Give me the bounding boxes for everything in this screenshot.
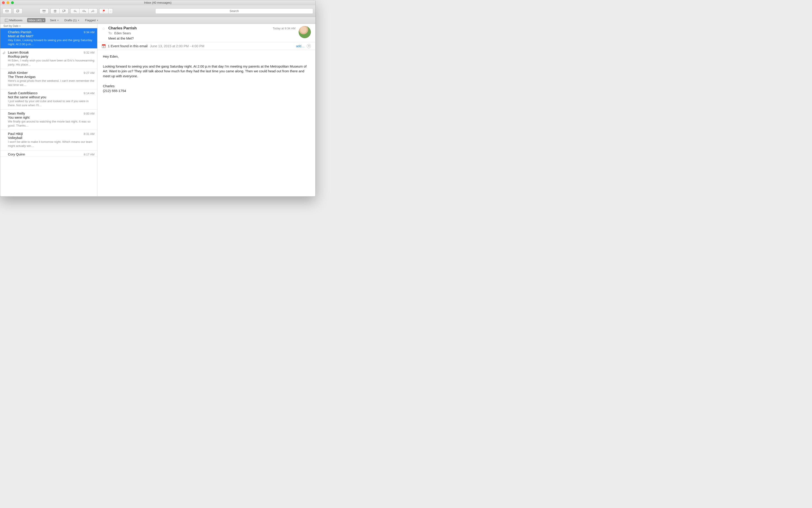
event-banner: 1 Event found in this email June 13, 201… bbox=[97, 42, 315, 50]
archive-icon bbox=[42, 9, 46, 13]
mailboxes-toggle[interactable]: Mailboxes bbox=[3, 18, 24, 23]
message-item[interactable]: Paul Hikiji8:31 AMVolleyballI won't be a… bbox=[0, 130, 97, 150]
favorite-inbox[interactable]: Inbox (40) ▾ bbox=[27, 18, 46, 23]
message-item[interactable]: Sean Reilly9:00 AMYou were rightWe final… bbox=[0, 110, 97, 130]
message-sender: Sean Reilly bbox=[8, 112, 25, 115]
chevron-down-icon bbox=[110, 10, 112, 12]
message-sender: Sarah Castelblanco bbox=[8, 91, 38, 95]
archive-button[interactable] bbox=[40, 8, 49, 14]
message-subject: The Three Amigas bbox=[8, 75, 94, 79]
search-input[interactable] bbox=[155, 8, 313, 14]
message-time: 9:32 AM bbox=[84, 51, 94, 54]
reading-pane: ☆ Charles Parrish Today at 9:34 AM To: E… bbox=[97, 24, 315, 196]
chevron-down-icon: ▾ bbox=[19, 25, 21, 27]
chevron-down-icon: ▾ bbox=[97, 19, 98, 22]
search-container bbox=[155, 8, 313, 14]
message-preview: I just walked by your old cube and looke… bbox=[8, 99, 94, 107]
flag-button[interactable] bbox=[99, 8, 108, 14]
reply-all-icon bbox=[82, 9, 86, 13]
forward-icon bbox=[91, 9, 95, 13]
message-item[interactable]: Cory Quinn8:17 AM bbox=[0, 151, 97, 157]
header-from: Charles Parrish bbox=[108, 26, 137, 31]
message-preview: I won't be able to make it tomorrow nigh… bbox=[8, 140, 94, 148]
message-sender: Ailish Kimber bbox=[8, 71, 28, 75]
calendar-icon bbox=[102, 44, 106, 48]
sender-avatar bbox=[299, 26, 311, 38]
message-item[interactable]: Sarah Castelblanco9:14 AMNot the same wi… bbox=[0, 89, 97, 110]
svg-rect-4 bbox=[54, 10, 56, 12]
sort-button[interactable]: Sort by Date ▾ bbox=[0, 24, 97, 28]
favorite-sent[interactable]: Sent ▾ bbox=[49, 18, 60, 23]
get-mail-button[interactable] bbox=[2, 8, 11, 14]
forward-button[interactable] bbox=[88, 8, 97, 14]
delete-button[interactable] bbox=[50, 8, 59, 14]
reply-button[interactable] bbox=[70, 8, 79, 14]
message-preview: We finally got around to watching the mo… bbox=[8, 120, 94, 127]
close-button[interactable] bbox=[2, 1, 5, 4]
message-subject: Meet at the Met? bbox=[8, 34, 94, 38]
svg-rect-5 bbox=[5, 19, 8, 22]
event-found-text: 1 Event found in this email bbox=[108, 44, 148, 48]
mailboxes-label: Mailboxes bbox=[9, 18, 23, 22]
message-preview: Hey Eden, Looking forward to seeing you … bbox=[8, 38, 94, 46]
message-item[interactable]: Charles Parrish9:34 AMMeet at the Met?He… bbox=[0, 28, 97, 49]
envelope-icon bbox=[5, 9, 9, 13]
favorite-drafts[interactable]: Drafts (1) ▾ bbox=[63, 18, 80, 23]
event-dismiss-button[interactable]: ✕ bbox=[307, 44, 311, 48]
message-time: 9:34 AM bbox=[84, 31, 94, 34]
message-header: ☆ Charles Parrish Today at 9:34 AM To: E… bbox=[97, 24, 315, 42]
toolbar bbox=[0, 5, 315, 17]
mail-window: Inbox (40 messages) bbox=[0, 0, 316, 197]
content-area: Sort by Date ▾ Charles Parrish9:34 AMMee… bbox=[0, 24, 315, 196]
titlebar: Inbox (40 messages) bbox=[0, 0, 315, 5]
chevron-down-icon: ▾ bbox=[43, 19, 44, 22]
message-time: 9:14 AM bbox=[84, 91, 94, 95]
message-list-pane: Sort by Date ▾ Charles Parrish9:34 AMMee… bbox=[0, 24, 97, 196]
trash-icon bbox=[53, 9, 57, 13]
vip-star-button[interactable]: ☆ bbox=[102, 27, 105, 40]
message-subject: You were right bbox=[8, 116, 94, 119]
junk-button[interactable] bbox=[59, 8, 69, 14]
delete-junk-group bbox=[50, 8, 69, 14]
message-subject: Volleyball bbox=[8, 136, 94, 140]
favorite-sent-label: Sent bbox=[50, 18, 56, 22]
event-date-text: June 13, 2015 at 2:00 PM - 4:00 PM bbox=[150, 44, 204, 48]
compose-icon bbox=[16, 9, 20, 13]
event-add-button[interactable]: add… bbox=[296, 44, 304, 48]
attachment-icon bbox=[2, 51, 6, 55]
message-subject: Not the same without you bbox=[8, 95, 94, 99]
header-to: To: Eden Sears bbox=[108, 31, 295, 35]
sidebar-icon bbox=[5, 19, 8, 22]
sort-label: Sort by Date bbox=[3, 25, 18, 28]
message-time: 8:17 AM bbox=[84, 153, 94, 156]
message-item[interactable]: Lauren Bosak9:32 AMRooftop partyHi Eden,… bbox=[0, 49, 97, 69]
window-controls bbox=[2, 1, 14, 4]
header-date: Today at 9:34 AM bbox=[273, 27, 295, 30]
reply-group bbox=[70, 8, 97, 14]
message-sender: Cory Quinn bbox=[8, 152, 25, 156]
maximize-button[interactable] bbox=[11, 1, 14, 4]
message-list[interactable]: Charles Parrish9:34 AMMeet at the Met?He… bbox=[0, 28, 97, 196]
message-subject: Rooftop party bbox=[8, 54, 94, 58]
flag-menu-button[interactable] bbox=[108, 8, 113, 14]
compose-button[interactable] bbox=[13, 8, 23, 14]
flag-group bbox=[99, 8, 113, 14]
favorite-drafts-label: Drafts (1) bbox=[65, 18, 77, 22]
message-body: Hey Eden, Looking forward to seeing you … bbox=[97, 50, 315, 97]
thumbs-down-icon bbox=[62, 9, 66, 13]
message-time: 9:27 AM bbox=[84, 71, 94, 75]
minimize-button[interactable] bbox=[7, 1, 9, 4]
flag-icon bbox=[102, 9, 106, 13]
message-item[interactable]: Ailish Kimber9:27 AMThe Three AmigasHere… bbox=[0, 69, 97, 89]
header-subject: Meet at the Met? bbox=[108, 36, 295, 40]
message-preview: Here's a great photo from the weekend. I… bbox=[8, 79, 94, 87]
favorite-flagged[interactable]: Flagged ▾ bbox=[84, 18, 99, 23]
message-sender: Lauren Bosak bbox=[8, 50, 29, 54]
message-time: 9:00 AM bbox=[84, 112, 94, 115]
reply-all-button[interactable] bbox=[79, 8, 88, 14]
chevron-down-icon: ▾ bbox=[57, 19, 58, 22]
chevron-down-icon: ▾ bbox=[78, 19, 79, 22]
message-time: 8:31 AM bbox=[84, 132, 94, 136]
favorites-bar: Mailboxes Inbox (40) ▾ Sent ▾ Drafts (1)… bbox=[0, 17, 315, 24]
svg-rect-0 bbox=[6, 10, 8, 12]
